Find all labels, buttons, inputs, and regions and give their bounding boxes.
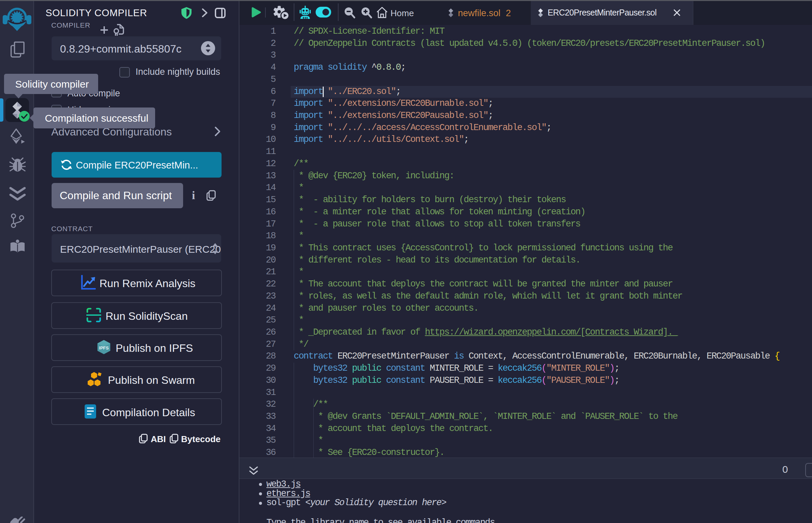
svg-text:IPFS: IPFS [99, 345, 109, 350]
